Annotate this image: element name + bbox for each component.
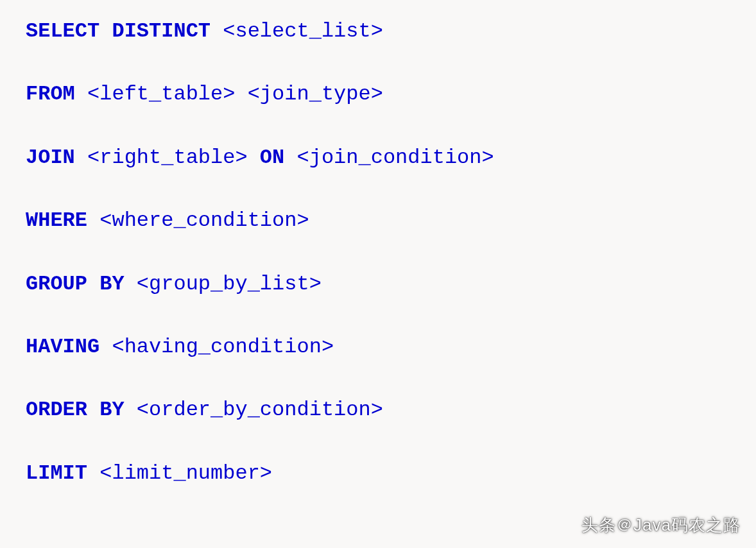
keyword-on: ON xyxy=(260,146,284,169)
space xyxy=(87,272,99,296)
space xyxy=(87,461,99,485)
code-line: WHERE <where_condition> xyxy=(26,209,730,233)
placeholder-join-type: <join_type> xyxy=(248,82,383,106)
keyword-group: GROUP xyxy=(26,272,87,296)
keyword-where: WHERE xyxy=(26,209,87,232)
code-line: JOIN <right_table> ON <join_condition> xyxy=(26,146,730,170)
keyword-join: JOIN xyxy=(26,146,75,169)
space xyxy=(99,19,112,43)
placeholder-select-list: <select_list> xyxy=(223,19,383,43)
placeholder-group-by-list: <group_by_list> xyxy=(137,272,322,296)
code-line: GROUP BY <group_by_list> xyxy=(26,272,730,296)
placeholder-left-table: <left_table> xyxy=(87,82,235,106)
space xyxy=(284,146,296,169)
keyword-distinct: DISTINCT xyxy=(112,19,210,43)
keyword-limit: LIMIT xyxy=(26,461,87,485)
watermark-text: 头条＠Java码农之路 xyxy=(581,514,741,536)
space xyxy=(75,146,87,169)
placeholder-where-condition: <where_condition> xyxy=(99,209,309,232)
space xyxy=(210,19,223,43)
placeholder-join-condition: <join_condition> xyxy=(296,146,494,169)
space xyxy=(235,82,247,106)
keyword-having: HAVING xyxy=(26,335,99,359)
placeholder-right-table: <right_table> xyxy=(87,146,248,169)
code-line: HAVING <having_condition> xyxy=(26,335,730,359)
keyword-order: ORDER xyxy=(26,398,87,422)
keyword-by: BY xyxy=(99,272,124,296)
keyword-from: FROM xyxy=(26,82,75,106)
space xyxy=(87,398,99,422)
placeholder-limit-number: <limit_number> xyxy=(99,461,272,485)
code-line: LIMIT <limit_number> xyxy=(26,461,730,486)
space xyxy=(125,398,137,422)
placeholder-order-by-condition: <order_by_condition> xyxy=(137,398,383,422)
space xyxy=(99,335,112,359)
keyword-by: BY xyxy=(99,398,124,422)
space xyxy=(87,209,99,232)
sql-syntax-block: SELECT DISTINCT <select_list> FROM <left… xyxy=(26,19,730,486)
code-line: SELECT DISTINCT <select_list> xyxy=(26,19,730,44)
placeholder-having-condition: <having_condition> xyxy=(112,335,334,359)
code-line: ORDER BY <order_by_condition> xyxy=(26,398,730,422)
space xyxy=(248,146,260,169)
space xyxy=(75,82,87,106)
code-line: FROM <left_table> <join_type> xyxy=(26,82,730,107)
keyword-select: SELECT xyxy=(26,19,99,43)
space xyxy=(125,272,137,296)
